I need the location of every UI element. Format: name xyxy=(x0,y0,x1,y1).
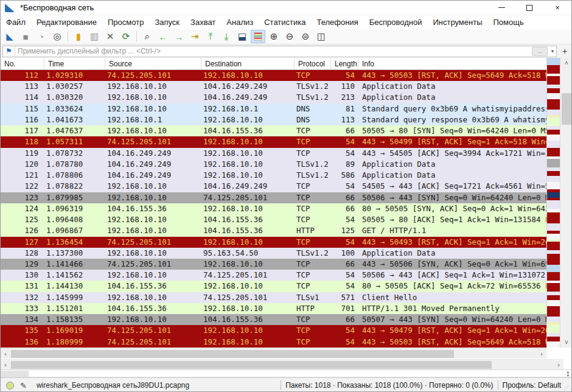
go-first-packet-icon[interactable]: ⤒ xyxy=(203,30,218,43)
packet-row[interactable]: 1351.16901974.125.205.101192.168.10.10TC… xyxy=(1,325,546,336)
column-header-protocol[interactable]: Protocol xyxy=(295,58,331,69)
restart-capture-icon[interactable]: ◔ xyxy=(34,30,49,43)
start-capture-icon[interactable]: ◣ xyxy=(2,30,17,43)
packet-row[interactable]: 1181.05731174.125.205.101192.168.10.10TC… xyxy=(1,136,546,147)
minimize-button[interactable] xyxy=(487,1,515,15)
packet-row[interactable]: 1361.18099974.125.205.101192.168.10.10TC… xyxy=(1,337,546,348)
packet-row[interactable]: 1221.078822192.168.10.10104.16.249.249TC… xyxy=(1,181,546,192)
packet-row[interactable]: 1311.144130104.16.155.36192.168.10.10TCP… xyxy=(1,281,546,292)
scroll-down-icon[interactable]: ˅ xyxy=(560,337,572,348)
packet-row[interactable]: 1171.047637192.168.10.10104.16.155.36TCP… xyxy=(1,125,546,136)
packet-row[interactable]: 1331.151201104.16.155.36192.168.10.10HTT… xyxy=(1,303,546,314)
scroll-right-icon[interactable]: › xyxy=(537,349,546,359)
packet-info: 443 → 50503 [RST, ACK] Seq=5649 Ack=518 … xyxy=(358,70,546,81)
hscrollbar-thumb[interactable] xyxy=(11,361,492,369)
packet-time: 1.144130 xyxy=(44,281,105,292)
packet-row[interactable]: 1161.041673192.168.10.1192.168.10.10DNS1… xyxy=(1,114,546,125)
stop-capture-icon[interactable]: ■ xyxy=(18,30,33,43)
packet-row[interactable]: 1141.030320192.168.10.10104.16.249.249TL… xyxy=(1,92,546,103)
apply-filter-button[interactable]: → xyxy=(532,47,548,56)
add-filter-button[interactable]: + xyxy=(560,46,570,57)
bookmark-icon[interactable]: ⚑ xyxy=(3,46,15,57)
packet-row[interactable]: 1281.137300192.168.10.1095.163.54.50TLSv… xyxy=(1,248,546,259)
filter-dropdown-icon[interactable]: ▾ xyxy=(549,48,556,54)
zoom-reset-icon[interactable]: ⊜ xyxy=(298,30,313,43)
packet-row[interactable]: 1291.14146674.125.205.101192.168.10.10TC… xyxy=(1,259,546,270)
column-header-destination[interactable]: Destination xyxy=(201,58,295,69)
close-button[interactable]: × xyxy=(543,1,571,15)
minimap-stripe xyxy=(547,306,560,313)
vertical-scrollbar-thumb[interactable] xyxy=(562,93,572,125)
menu-item[interactable]: Статистика xyxy=(259,16,311,29)
packet-row[interactable]: 1231.079985192.168.10.1074.125.205.101TC… xyxy=(1,192,546,203)
packet-row[interactable]: 1241.096319104.16.155.36192.168.10.10TCP… xyxy=(1,203,546,214)
packet-row[interactable]: 1211.078806104.16.249.249192.168.10.10TL… xyxy=(1,170,546,181)
go-last-packet-icon[interactable]: ⤓ xyxy=(219,30,234,43)
go-back-icon[interactable]: ← xyxy=(156,30,170,43)
resize-grip[interactable]: ⋰ xyxy=(563,385,570,391)
scroll-up-icon[interactable]: ˄ xyxy=(560,58,572,68)
packet-row[interactable]: 1131.030257192.168.10.10104.16.249.249TL… xyxy=(1,81,546,92)
menu-item[interactable]: Захват xyxy=(185,16,221,29)
packet-row[interactable]: 1341.158135192.168.10.10104.16.155.36TCP… xyxy=(1,314,546,325)
minimap-stripe xyxy=(547,93,560,99)
packet-row[interactable]: 1201.078780104.16.249.249192.168.10.10TL… xyxy=(1,159,546,170)
scroll-right-icon[interactable]: › xyxy=(554,360,563,369)
menu-item[interactable]: Файл xyxy=(1,16,31,29)
close-file-icon[interactable]: ✕ xyxy=(103,30,117,43)
packet-row[interactable]: 1301.141562192.168.10.1074.125.205.101TC… xyxy=(1,270,546,281)
column-header-time[interactable]: Time xyxy=(44,58,105,69)
spinner-icon[interactable]: ▴▾ xyxy=(567,370,569,377)
menu-item[interactable]: Помощь xyxy=(488,16,529,29)
packet-row[interactable]: 1151.033624192.168.10.10192.168.10.1DNS8… xyxy=(1,103,546,114)
column-header-source[interactable]: Source xyxy=(105,58,201,69)
column-header-info[interactable]: Info xyxy=(358,58,546,69)
menu-item[interactable]: Просмотр xyxy=(102,16,149,29)
resize-columns-icon[interactable]: ◫ xyxy=(314,30,329,43)
capture-options-icon[interactable]: ◎ xyxy=(50,30,65,43)
go-to-packet-icon[interactable]: ⇥ xyxy=(187,30,202,43)
intelligent-scrollbar-minimap[interactable] xyxy=(546,58,560,348)
packet-proto: TCP xyxy=(295,181,331,192)
packet-time: 1.141562 xyxy=(44,270,105,281)
zoom-out-icon[interactable]: ⊖ xyxy=(282,30,297,43)
menu-item[interactable]: Анализ xyxy=(221,16,259,29)
auto-scroll-icon[interactable]: ⬓ xyxy=(235,30,249,43)
column-header-no[interactable]: No. xyxy=(1,58,44,69)
open-file-icon[interactable]: ▮ xyxy=(71,30,86,43)
expert-info-icon[interactable] xyxy=(6,382,14,390)
packet-rows: 1121.02931074.125.205.101192.168.10.10TC… xyxy=(1,70,546,348)
column-header-length[interactable]: Length xyxy=(331,58,358,69)
packet-row[interactable]: 1261.096867192.168.10.10104.16.155.36HTT… xyxy=(1,225,546,236)
packet-no: 117 xyxy=(1,125,44,136)
packet-no: 134 xyxy=(1,314,44,325)
scroll-left-icon[interactable]: ‹ xyxy=(1,360,10,369)
packet-row[interactable]: 1121.02931074.125.205.101192.168.10.10TC… xyxy=(1,70,546,81)
zoom-in-icon[interactable]: ⊕ xyxy=(267,30,281,43)
menu-item[interactable]: Телефония xyxy=(311,16,363,29)
capture-comment-icon[interactable]: ✎ xyxy=(20,381,27,390)
packet-info: Application Data xyxy=(358,170,546,181)
menu-item[interactable]: Беспроводной xyxy=(364,16,428,29)
lower-hscrollbar[interactable]: ‹ › xyxy=(1,359,563,369)
find-packet-icon[interactable]: ⌕ xyxy=(140,30,155,43)
packet-row[interactable]: 1191.078732104.16.249.249192.168.10.10TC… xyxy=(1,148,546,159)
packet-src: 192.168.10.10 xyxy=(105,81,201,92)
hscrollbar-thumb[interactable] xyxy=(11,350,454,358)
vertical-scrollbar[interactable]: ˄ ˅ xyxy=(560,58,572,348)
reload-file-icon[interactable]: ⟳ xyxy=(119,30,133,43)
display-filter-input[interactable] xyxy=(15,46,532,57)
profile-label[interactable]: Профиль: Default xyxy=(503,381,562,390)
menu-item[interactable]: Редактирование xyxy=(31,16,102,29)
save-file-icon[interactable]: ▥ xyxy=(87,30,102,43)
menu-item[interactable]: Запуск xyxy=(149,16,185,29)
menu-item[interactable]: Инструменты xyxy=(427,16,487,29)
packet-row[interactable]: 1251.096408192.168.10.10104.16.155.36TCP… xyxy=(1,214,546,225)
scroll-left-icon[interactable]: ‹ xyxy=(1,349,10,359)
colorize-icon[interactable] xyxy=(251,30,265,43)
packet-list-hscrollbar[interactable]: ‹ › xyxy=(1,348,546,359)
packet-row[interactable]: 1271.13645474.125.205.101192.168.10.10TC… xyxy=(1,237,546,248)
go-forward-icon[interactable]: → xyxy=(172,30,186,43)
packet-row[interactable]: 1321.145999192.168.10.1074.125.205.101TL… xyxy=(1,292,546,303)
maximize-button[interactable] xyxy=(515,1,543,15)
